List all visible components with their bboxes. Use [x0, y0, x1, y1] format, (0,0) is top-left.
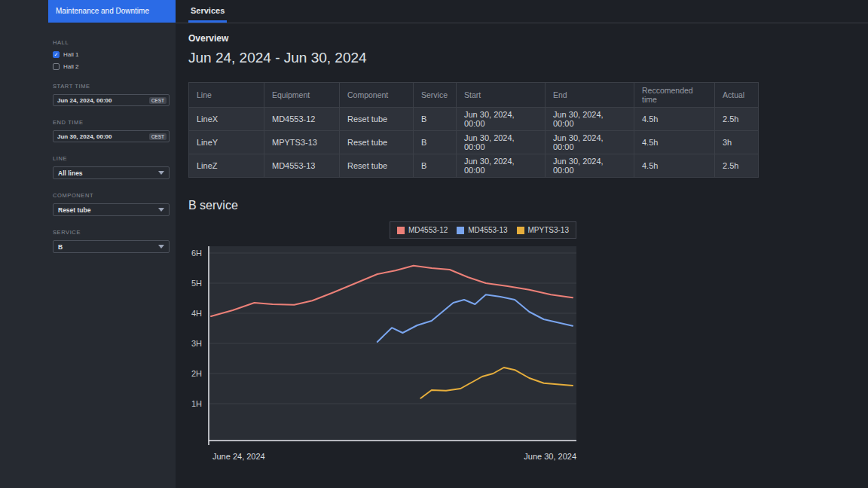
cell-service: B	[414, 131, 457, 154]
cell-end: Jun 30, 2024, 00:00	[546, 131, 634, 154]
hall-filter-label: Hall	[53, 39, 170, 46]
cell-actual: 2.5h	[715, 154, 759, 178]
date-range-heading: Jun 24, 2024 - Jun 30, 2024	[188, 50, 868, 66]
services-table: Line Equipment Component Service Start E…	[188, 82, 759, 178]
tab-services[interactable]: Services	[188, 0, 227, 23]
legend-item-md4553-13: MD4553-13	[457, 226, 507, 234]
cell-line: LineY	[189, 131, 264, 154]
end-time-value: Jun 30, 2024, 00:00	[57, 133, 112, 140]
tab-maintenance-and-downtime[interactable]: Maintenance and Downtime	[48, 0, 176, 23]
col-header-actual: Actual	[715, 83, 759, 108]
chevron-down-icon	[158, 245, 164, 249]
overview-heading: Overview	[188, 33, 868, 44]
chevron-down-icon	[158, 171, 164, 175]
table-header: Line Equipment Component Service Start E…	[189, 83, 759, 108]
col-header-line: Line	[189, 83, 264, 108]
x-axis-start-label: June 24, 2024	[212, 452, 265, 461]
end-time-timezone-badge: CEST	[149, 133, 167, 140]
main-content: Services Overview Jun 24, 2024 - Jun 30,…	[176, 0, 868, 488]
chevron-down-icon	[158, 208, 164, 212]
end-time-input[interactable]: Jun 30, 2024, 00:00 CEST	[53, 130, 170, 142]
table-row[interactable]: LineX MD4553-12 Reset tube B Jun 30, 202…	[189, 108, 759, 131]
start-time-timezone-badge: CEST	[149, 97, 167, 104]
cell-actual: 3h	[715, 131, 759, 154]
cell-recommended: 4.5h	[634, 131, 715, 154]
col-header-start: Start	[457, 83, 546, 108]
component-select-value: Reset tube	[58, 206, 90, 214]
cell-start: Jun 30, 2024, 00:00	[457, 154, 546, 178]
svg-text:1H: 1H	[191, 399, 202, 408]
table-row[interactable]: LineY MPYTS3-13 Reset tube B Jun 30, 202…	[189, 131, 759, 154]
cell-start: Jun 30, 2024, 00:00	[457, 131, 546, 154]
filter-panel: Hall Hall 1 Hall 2 Start time Jun 24, 20…	[0, 23, 176, 253]
hall-2-checkbox-row[interactable]: Hall 2	[53, 63, 170, 70]
x-axis-end-label: June 30, 2024	[524, 452, 576, 461]
hall-1-label: Hall 1	[63, 51, 78, 58]
hall-1-checkbox-row[interactable]: Hall 1	[53, 51, 170, 58]
cell-actual: 2.5h	[715, 108, 759, 131]
top-bar: Services	[176, 0, 868, 23]
service-select-value: B	[58, 243, 63, 251]
checkbox-unchecked-icon[interactable]	[53, 63, 60, 70]
tab-services-label: Services	[191, 6, 225, 15]
cell-component: Reset tube	[340, 108, 414, 131]
cell-recommended: 4.5h	[634, 108, 715, 131]
legend-label: MPYTS3-13	[528, 226, 569, 234]
svg-text:6H: 6H	[191, 249, 202, 258]
cell-end: Jun 30, 2024, 00:00	[546, 154, 634, 178]
service-filter-label: Service	[53, 229, 170, 236]
legend-item-mpyts3-13: MPYTS3-13	[517, 226, 569, 234]
start-time-value: Jun 24, 2024, 00:00	[57, 97, 112, 104]
service-select[interactable]: B	[53, 240, 170, 253]
start-time-input[interactable]: Jun 24, 2024, 00:00 CEST	[53, 94, 170, 106]
chart-container: MD4553-12 MD4553-13 MPYTS3-13 1H2H3H4H5H…	[188, 221, 576, 461]
chart-legend: MD4553-12 MD4553-13 MPYTS3-13	[390, 221, 576, 239]
cell-equipment: MPYTS3-13	[264, 131, 340, 154]
line-select[interactable]: All lines	[53, 166, 170, 179]
col-header-recommended-time: Reccomended time	[634, 83, 715, 108]
component-select[interactable]: Reset tube	[53, 203, 170, 216]
svg-text:4H: 4H	[191, 309, 202, 318]
cell-end: Jun 30, 2024, 00:00	[546, 108, 634, 131]
sidebar: Maintenance and Downtime Hall Hall 1 Hal…	[0, 0, 176, 488]
line-select-value: All lines	[58, 169, 83, 177]
x-axis-labels: June 24, 2024 June 30, 2024	[188, 452, 576, 461]
cell-component: Reset tube	[340, 131, 414, 154]
chart-section-title: B service	[188, 199, 868, 212]
cell-start: Jun 30, 2024, 00:00	[457, 108, 546, 131]
col-header-component: Component	[340, 83, 414, 108]
svg-text:3H: 3H	[191, 339, 202, 348]
hall-2-label: Hall 2	[63, 63, 78, 70]
cell-component: Reset tube	[340, 154, 414, 178]
cell-service: B	[414, 154, 457, 178]
checkbox-checked-icon[interactable]	[53, 51, 60, 58]
cell-service: B	[414, 108, 457, 131]
end-time-label: End time	[53, 119, 170, 126]
cell-line: LineX	[189, 108, 264, 131]
content-area: Overview Jun 24, 2024 - Jun 30, 2024 Lin…	[176, 23, 868, 461]
component-filter-label: Component	[53, 192, 170, 199]
line-filter-label: Line	[53, 155, 170, 162]
col-header-end: End	[546, 83, 634, 108]
start-time-label: Start time	[53, 83, 170, 90]
col-header-service: Service	[414, 83, 457, 108]
legend-label: MD4553-12	[408, 226, 448, 234]
legend-swatch-icon	[397, 227, 405, 234]
legend-label: MD4553-13	[468, 226, 507, 234]
col-header-equipment: Equipment	[264, 83, 340, 108]
legend-swatch-icon	[517, 227, 524, 234]
cell-recommended: 4.5h	[634, 154, 715, 178]
legend-swatch-icon	[457, 227, 464, 234]
legend-item-md4553-12: MD4553-12	[397, 226, 448, 234]
cell-equipment: MD4553-13	[264, 154, 340, 178]
app-window: Maintenance and Downtime Hall Hall 1 Hal…	[0, 0, 868, 488]
line-chart: 1H2H3H4H5H6H	[188, 243, 576, 447]
cell-equipment: MD4553-12	[264, 108, 340, 131]
table-row[interactable]: LineZ MD4553-13 Reset tube B Jun 30, 202…	[189, 154, 759, 178]
svg-text:2H: 2H	[191, 369, 202, 378]
cell-line: LineZ	[189, 154, 264, 178]
svg-text:5H: 5H	[191, 279, 202, 288]
